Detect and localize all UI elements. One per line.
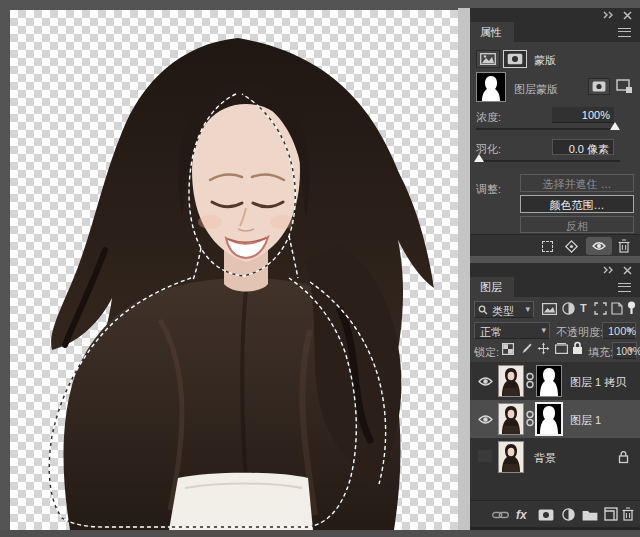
close-panel-icon[interactable]	[623, 11, 632, 20]
opacity-dropdown[interactable]: 100%	[602, 322, 636, 339]
density-value[interactable]: 100%	[552, 107, 614, 123]
layer-name: 图层 1	[570, 413, 601, 428]
panel-menu-icon[interactable]	[618, 283, 631, 292]
properties-panel-titlebar	[470, 8, 640, 22]
close-panel-icon[interactable]	[623, 266, 632, 275]
mask-link-icon[interactable]	[526, 372, 534, 389]
properties-content: 蒙版 图层蒙版 浓度: 100% 羽化: 0.0 像素 调整: 选择并遮住 … …	[470, 42, 640, 234]
delete-mask-icon[interactable]	[618, 239, 630, 253]
layers-panel-titlebar	[470, 263, 640, 277]
add-mask-icon[interactable]	[538, 509, 554, 521]
masks-label: 蒙版	[534, 53, 556, 68]
layer-thumbnail[interactable]	[498, 403, 524, 435]
density-slider-handle[interactable]	[610, 122, 620, 130]
mask-icon-button[interactable]	[503, 50, 527, 68]
fill-value: 100%	[616, 346, 640, 357]
layer-thumbnail[interactable]	[498, 365, 524, 397]
visibility-eye-icon[interactable]	[478, 414, 493, 425]
adjust-label: 调整:	[476, 182, 501, 197]
layer-style-fx-icon[interactable]: fx	[516, 508, 527, 522]
mask-thumbnail[interactable]	[536, 365, 562, 397]
select-mask-icon-button[interactable]	[588, 78, 610, 95]
filter-type-label: 类型	[492, 305, 514, 317]
lock-artboard-icon[interactable]	[555, 343, 568, 354]
filter-toggle-icon[interactable]	[627, 301, 636, 315]
tab-properties[interactable]: 属性	[470, 22, 514, 42]
layer-name: 图层 1 拷贝	[570, 375, 626, 390]
new-group-folder-icon[interactable]	[582, 509, 598, 521]
mask-thumbnail-large[interactable]	[476, 72, 506, 102]
load-selection-icon[interactable]	[616, 79, 633, 94]
white-skirt	[169, 473, 313, 530]
layer-row-selected[interactable]: 图层 1	[470, 400, 640, 438]
window-bottom-bar	[0, 530, 640, 537]
visibility-empty-slot[interactable]	[478, 450, 492, 462]
selection-from-mask-icon[interactable]	[542, 241, 553, 252]
filter-type-layers-icon[interactable]: T	[580, 302, 587, 314]
opacity-value: 100%	[608, 325, 636, 337]
density-label: 浓度:	[476, 110, 501, 125]
lock-label: 锁定:	[474, 345, 499, 360]
feather-slider[interactable]	[476, 160, 620, 162]
delete-layer-icon[interactable]	[622, 507, 634, 521]
mask-thumbnail-selected[interactable]	[535, 402, 563, 436]
mask-visibility-toggle[interactable]	[586, 237, 612, 255]
layer-name: 背景	[534, 451, 556, 466]
layer-thumbnail[interactable]	[498, 441, 524, 473]
layer-row-copy[interactable]: 图层 1 拷贝	[470, 362, 640, 400]
layers-content: 类型 T 正常 不透明度: 100% 锁定: 填充: 100%	[470, 297, 640, 500]
collapse-panels-icon[interactable]	[602, 266, 614, 274]
properties-footer-bar	[470, 234, 640, 256]
document-image-portrait[interactable]	[10, 10, 458, 530]
layers-tabbar: 图层	[470, 277, 640, 297]
lock-all-icon[interactable]	[572, 341, 583, 355]
tab-layers[interactable]: 图层	[470, 277, 514, 297]
panel-menu-icon[interactable]	[618, 28, 631, 37]
layer-row-background[interactable]: 背景	[470, 438, 640, 476]
link-layers-icon[interactable]	[492, 511, 509, 519]
background-lock-icon[interactable]	[618, 450, 629, 464]
fill-dropdown[interactable]: 100%	[612, 342, 637, 359]
right-panel-column: 属性 蒙版 图层蒙版 浓度: 100% 羽化: 0.0 像素	[470, 0, 640, 537]
new-adjustment-layer-icon[interactable]	[562, 508, 575, 521]
layer-mask-label: 图层蒙版	[514, 82, 558, 97]
layer-filter-type-dropdown[interactable]: 类型	[474, 301, 534, 318]
properties-tabbar: 属性	[470, 22, 640, 42]
density-slider[interactable]	[476, 128, 620, 130]
mask-link-icon[interactable]	[526, 410, 534, 427]
layer-list: 图层 1 拷贝 图层 1 背景	[470, 362, 640, 500]
lock-transparency-icon[interactable]	[502, 343, 514, 355]
search-icon	[478, 305, 488, 315]
filter-smart-objects-icon[interactable]	[611, 302, 623, 315]
filter-adjustment-layers-icon[interactable]	[562, 302, 575, 315]
feather-value[interactable]: 0.0 像素	[552, 139, 614, 155]
invert-button[interactable]: 反相	[520, 216, 634, 233]
panel-gap	[470, 256, 640, 263]
collapse-panels-icon[interactable]	[602, 11, 614, 19]
visibility-eye-icon[interactable]	[478, 376, 493, 387]
panel-gutter	[458, 8, 470, 530]
filter-shape-layers-icon[interactable]	[594, 302, 607, 315]
filter-pixel-layers-icon[interactable]	[542, 303, 557, 315]
blend-mode-value: 正常	[480, 326, 502, 338]
fill-label: 填充:	[588, 345, 613, 360]
select-and-mask-button[interactable]: 选择并遮住 …	[520, 174, 634, 192]
color-range-button[interactable]: 颜色范围…	[520, 195, 634, 213]
opacity-label: 不透明度:	[556, 325, 603, 340]
blend-mode-dropdown[interactable]: 正常	[474, 322, 550, 339]
new-layer-icon[interactable]	[604, 507, 618, 521]
layers-footer-bar: fx	[470, 500, 640, 527]
feather-slider-handle[interactable]	[474, 154, 484, 162]
lock-position-icon[interactable]	[537, 342, 550, 355]
pixel-layer-icon-button[interactable]	[476, 50, 500, 68]
apply-mask-icon[interactable]	[564, 239, 579, 254]
lock-pixels-icon[interactable]	[520, 342, 532, 355]
